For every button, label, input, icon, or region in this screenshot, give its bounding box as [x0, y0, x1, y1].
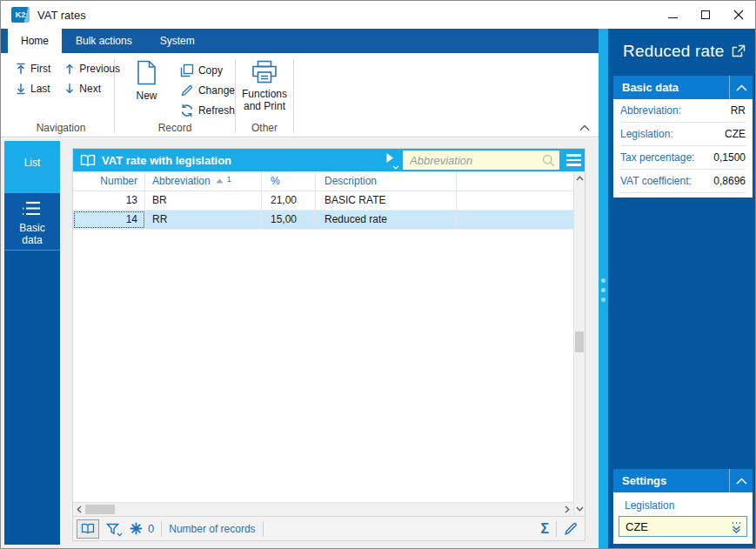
table-row-selected[interactable]: 14 RR 15,00 Reduced rate [73, 211, 573, 230]
frozen-count: 0 [148, 522, 154, 535]
close-button[interactable] [722, 1, 755, 29]
k2-logo-icon: K2 [11, 7, 30, 23]
basic-data-header[interactable]: Basic data [613, 76, 753, 99]
sidebar-item-basic-data[interactable]: Basic data [4, 193, 60, 251]
chevron-right-icon [565, 505, 570, 513]
tab-home[interactable]: Home [8, 29, 62, 53]
legislation-value: CZE [626, 520, 648, 533]
copy-button[interactable]: Copy [180, 64, 235, 77]
settings-card: Settings Legislation CZE [613, 469, 753, 544]
change-label: Change [198, 84, 235, 97]
column-header-number[interactable]: Number [73, 171, 145, 191]
group-label-other: Other [236, 122, 293, 134]
maximize-button[interactable] [689, 1, 722, 29]
vertical-scrollbar-thumb[interactable] [575, 331, 584, 352]
first-button[interactable]: First [16, 63, 50, 75]
last-button[interactable]: Last [16, 83, 50, 95]
abbreviation-header-label: Abbreviation [152, 171, 211, 191]
frozen-rows-button[interactable] [130, 522, 143, 535]
functions-and-print-button[interactable]: Functions and Print [236, 60, 293, 112]
detail-list-icon [4, 201, 60, 216]
column-header-percent[interactable]: % [262, 171, 316, 191]
new-label: New [136, 90, 157, 102]
group-label-navigation: Navigation [8, 122, 114, 134]
refresh-button[interactable]: Refresh [180, 104, 235, 117]
legislation-label: Legislation [619, 497, 747, 516]
records-label: Number of records [169, 523, 255, 535]
legislation-dropdown[interactable]: CZE [619, 516, 747, 537]
minimize-button[interactable] [656, 1, 689, 29]
dropdown-arrow-icon [731, 521, 742, 533]
collapse-section-button[interactable] [729, 76, 753, 99]
cell-number: 13 [73, 191, 145, 210]
next-button[interactable]: Next [64, 83, 120, 95]
ribbon-tabbar: Home Bulk actions System [1, 29, 599, 53]
sidebar: List Basic data [4, 141, 60, 545]
field-label: Legislation: [620, 128, 673, 140]
previous-button[interactable]: Previous [64, 63, 120, 75]
panel-title-row: Reduced rate [608, 29, 756, 70]
cell-empty [457, 191, 573, 210]
filter-button[interactable] [106, 523, 119, 535]
open-book-icon [80, 154, 96, 167]
snowflake-icon [130, 522, 143, 535]
refresh-icon [180, 104, 194, 117]
chevron-down-icon [392, 165, 399, 170]
arrow-up-icon [64, 63, 75, 75]
chevron-up-icon [576, 176, 584, 181]
field-value: RR [731, 104, 746, 117]
column-header-abbreviation[interactable]: Abbreviation 1 [145, 171, 262, 191]
settings-header[interactable]: Settings [613, 469, 753, 492]
group-label-record: Record [115, 122, 235, 134]
grid-table: Number Abbreviation 1 % Description 13 B… [73, 171, 573, 502]
collapse-section-button[interactable] [729, 469, 753, 492]
vat-rates-grid: VAT rate with legislation Number Abbrevi… [73, 149, 585, 540]
run-filter-button[interactable] [378, 152, 401, 168]
scroll-up-button[interactable] [574, 171, 585, 185]
grid-titlebar: VAT rate with legislation [73, 149, 585, 171]
table-row[interactable]: 13 BR 21,00 BASIC RATE [73, 191, 573, 211]
panel-splitter[interactable] [599, 29, 608, 549]
search-icon [542, 154, 555, 170]
horizontal-scrollbar-thumb[interactable] [85, 505, 115, 514]
horizontal-scrollbar [73, 502, 573, 516]
change-button[interactable]: Change [180, 84, 235, 97]
field-label: Tax percentage: [620, 151, 694, 164]
column-header-description[interactable]: Description [316, 171, 457, 191]
grid-menu-button[interactable] [562, 149, 585, 171]
open-book-icon [81, 523, 95, 534]
collapse-ribbon-button[interactable] [579, 124, 590, 131]
edit-button[interactable] [564, 521, 579, 536]
pencil-icon [564, 521, 579, 536]
open-in-window-button[interactable] [731, 44, 746, 58]
field-value: 0,8696 [713, 175, 746, 187]
cell-number-focused: 14 [73, 211, 145, 229]
previous-label: Previous [79, 63, 120, 75]
play-icon [385, 152, 394, 164]
detail-panel: Reduced rate Basic data Abbreviation: RR… [608, 29, 756, 549]
new-button[interactable]: New [127, 60, 166, 117]
grid-title: VAT rate with legislation [102, 154, 231, 167]
external-link-icon [731, 44, 746, 58]
search-box [403, 151, 559, 170]
cell-percent: 21,00 [262, 191, 316, 210]
field-row: Abbreviation: RR [620, 99, 746, 123]
field-label: VAT coefficient: [620, 175, 692, 187]
sidebar-item-list-label: List [4, 157, 60, 169]
book-view-button[interactable] [77, 519, 99, 539]
sort-ascending-icon [216, 178, 224, 184]
sum-button[interactable]: Σ [540, 521, 549, 537]
scroll-down-button[interactable] [574, 502, 585, 516]
next-label: Next [79, 83, 101, 95]
search-input[interactable] [403, 151, 559, 170]
settings-body: Legislation CZE [613, 492, 753, 544]
chevron-up-icon [736, 84, 747, 91]
printer-icon [251, 60, 278, 84]
scroll-right-button[interactable] [561, 503, 573, 516]
sidebar-item-list[interactable]: List [4, 141, 60, 193]
field-label: Abbreviation: [620, 104, 681, 117]
scroll-left-button[interactable] [73, 503, 85, 516]
basic-data-title: Basic data [622, 81, 679, 94]
tab-system[interactable]: System [146, 29, 209, 53]
tab-bulk-actions[interactable]: Bulk actions [62, 29, 146, 53]
